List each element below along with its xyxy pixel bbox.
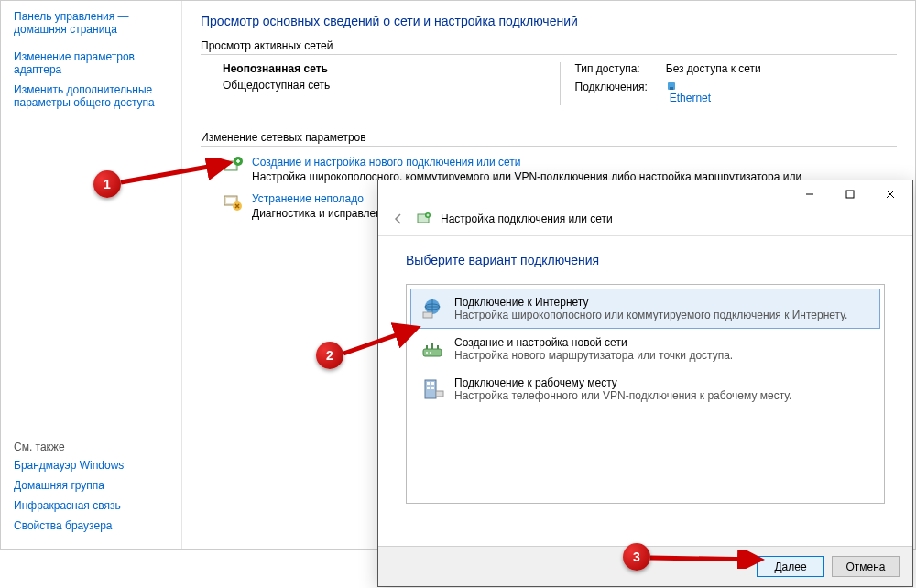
svg-rect-18 bbox=[427, 382, 430, 385]
access-type-value: Без доступа к сети bbox=[666, 62, 897, 75]
sidebar-link-sharing-settings[interactable]: Изменить дополнительные параметры общего… bbox=[14, 83, 169, 109]
sidebar-link-home[interactable]: Панель управления — домашняя страница bbox=[14, 10, 169, 36]
annotation-marker-2: 2 bbox=[316, 342, 344, 369]
wizard-icon bbox=[417, 212, 431, 226]
access-type-label: Тип доступа: bbox=[575, 62, 648, 75]
sidebar-link-browser-props[interactable]: Свойства браузера bbox=[14, 519, 169, 532]
divider bbox=[560, 62, 561, 105]
active-networks-label: Просмотр активных сетей bbox=[201, 39, 897, 52]
annotation-marker-1: 1 bbox=[93, 170, 121, 198]
change-settings-label: Изменение сетевых параметров bbox=[201, 131, 897, 144]
option-title: Подключение к Интернету bbox=[454, 296, 847, 309]
svg-point-16 bbox=[430, 352, 431, 354]
option-connect-to-internet[interactable]: Подключение к Интернету Настройка широко… bbox=[410, 289, 880, 329]
sidebar-link-adapter-settings[interactable]: Изменение параметров адаптера bbox=[14, 50, 169, 76]
back-button[interactable] bbox=[389, 210, 408, 228]
connection-wizard-dialog: Настройка подключения или сети Выберите … bbox=[377, 180, 913, 587]
sidebar-link-infrared[interactable]: Инфракрасная связь bbox=[14, 499, 169, 512]
svg-rect-20 bbox=[427, 387, 430, 389]
sidebar: Панель управления — домашняя страница Из… bbox=[1, 1, 182, 549]
svg-rect-3 bbox=[226, 163, 235, 169]
divider bbox=[201, 146, 897, 147]
svg-rect-1 bbox=[670, 87, 673, 90]
network-type: Общедоступная сеть bbox=[223, 79, 545, 92]
maximize-button[interactable] bbox=[830, 181, 870, 207]
cancel-button[interactable]: Отмена bbox=[832, 556, 900, 577]
option-connect-to-workplace[interactable]: Подключение к рабочему месту Настройка т… bbox=[410, 369, 880, 409]
svg-rect-22 bbox=[436, 391, 443, 397]
option-title: Подключение к рабочему месту bbox=[454, 376, 791, 389]
svg-point-15 bbox=[426, 352, 428, 354]
router-icon bbox=[420, 336, 445, 362]
svg-rect-8 bbox=[846, 191, 854, 198]
option-desc: Настройка нового маршрутизатора или точк… bbox=[454, 349, 733, 362]
active-network-row: Неопознанная сеть Общедоступная сеть Тип… bbox=[201, 62, 897, 105]
connections-label: Подключения: bbox=[575, 81, 648, 105]
network-name: Неопознанная сеть bbox=[223, 62, 545, 75]
sidebar-link-homegroup[interactable]: Домашняя группа bbox=[14, 479, 169, 492]
svg-rect-21 bbox=[431, 387, 434, 389]
sidebar-link-firewall[interactable]: Брандмауэр Windows bbox=[14, 459, 169, 472]
ethernet-icon bbox=[666, 81, 897, 92]
divider bbox=[201, 54, 897, 55]
annotation-marker-3: 3 bbox=[623, 543, 650, 571]
new-connection-icon bbox=[223, 156, 243, 176]
option-desc: Настройка широкополосного или коммутируе… bbox=[454, 309, 847, 321]
see-also-heading: См. также bbox=[14, 441, 169, 453]
option-desc: Настройка телефонного или VPN-подключени… bbox=[454, 389, 791, 402]
option-create-new-network[interactable]: Создание и настройка новой сети Настройк… bbox=[410, 329, 880, 369]
next-button[interactable]: Далее bbox=[757, 556, 824, 577]
troubleshoot-icon bbox=[223, 192, 243, 212]
option-title: Создание и настройка новой сети bbox=[454, 336, 733, 349]
svg-rect-6 bbox=[226, 198, 235, 203]
connection-ethernet-link[interactable]: Ethernet bbox=[670, 92, 711, 104]
page-title: Просмотр основных сведений о сети и наст… bbox=[201, 14, 897, 28]
workplace-building-icon bbox=[420, 376, 445, 402]
close-button[interactable] bbox=[870, 181, 911, 207]
dialog-header: Настройка подключения или сети bbox=[378, 208, 912, 236]
internet-globe-icon bbox=[420, 296, 445, 321]
titlebar bbox=[378, 180, 912, 208]
task-title[interactable]: Создание и настройка нового подключения … bbox=[252, 156, 802, 169]
dialog-title: Настройка подключения или сети bbox=[441, 212, 613, 225]
dialog-heading: Выберите вариант подключения bbox=[406, 253, 885, 267]
svg-rect-13 bbox=[423, 312, 432, 318]
connection-options-list: Подключение к Интернету Настройка широко… bbox=[406, 284, 885, 504]
svg-rect-17 bbox=[425, 380, 436, 398]
svg-rect-19 bbox=[431, 382, 434, 385]
minimize-button[interactable] bbox=[790, 181, 830, 207]
